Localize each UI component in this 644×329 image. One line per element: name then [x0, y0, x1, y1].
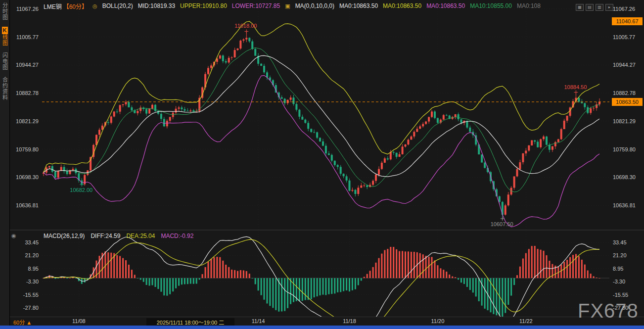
symbol-settings-icon[interactable]: ◎: [92, 3, 97, 9]
x-axis-date: 11/18: [340, 318, 360, 324]
expand-panel-icon[interactable]: ▸: [605, 4, 613, 11]
boll-upper-value: UPPER:10910.80: [180, 2, 227, 9]
bottom-scrollbar[interactable]: [0, 326, 644, 329]
period-selector[interactable]: 60分 ▲: [13, 318, 32, 326]
x-axis-date: 11/22: [516, 318, 536, 324]
macd-label: MACD(26,12,9): [44, 233, 85, 239]
period-label: 60分: [13, 320, 25, 326]
chart-type-sidebar: 分时图K线图闪电图合约资料: [0, 0, 10, 329]
rows-layout-icon[interactable]: ▤: [586, 4, 594, 11]
sidebar-item-timeshare[interactable]: 分时图: [1, 2, 9, 20]
macd-chart: [42, 236, 609, 329]
sidebar-item-kline[interactable]: K线图: [1, 27, 9, 46]
sidebar-item-flash[interactable]: 闪电图: [1, 52, 9, 70]
macd-diff-value: DIFF:24.59: [91, 233, 120, 239]
grid-layout-icon[interactable]: ▦: [576, 4, 584, 11]
sidebar-item-contract[interactable]: 合约资料: [1, 77, 9, 100]
x-axis-date: 11/08: [69, 318, 89, 324]
symbol-period: 【60分】: [63, 2, 88, 10]
macd-hist-value: MACD:-0.92: [161, 233, 193, 239]
x-axis-date: 11/14: [248, 318, 268, 324]
ma-value: MA10:10855.00: [470, 2, 512, 9]
trading-terminal: 分时图K线图闪电图合约资料 LME铜 【60分】 ◎ BOLL(20,2) MI…: [0, 0, 644, 329]
macd-header: MACD(26,12,9) DIFF:24.59 DEA:25.04 MACD:…: [44, 233, 193, 239]
ma-value: MA0:10863.50: [383, 2, 421, 9]
boll-label: BOLL(20,2): [102, 2, 133, 9]
columns-layout-icon[interactable]: ▥: [596, 4, 603, 11]
chevron-up-icon: ▲: [26, 320, 32, 326]
price-chart: [43, 21, 600, 227]
macd-dea-value: DEA:25.04: [126, 233, 155, 239]
ma-value: MA0:10863.50: [426, 2, 465, 9]
boll-lower-value: LOWER:10727.85: [232, 2, 280, 9]
boll-mid-value: MID:10819.33: [138, 2, 175, 9]
ma-settings-icon[interactable]: ▣: [285, 3, 290, 9]
x-axis-date: 11/20: [428, 318, 448, 324]
chart-canvas[interactable]: [0, 0, 644, 329]
macd-settings-icon[interactable]: ◉: [11, 233, 16, 239]
watermark: FX678: [578, 300, 639, 322]
crosshair-time-label: 2025/11/11 18:00～19:00 二: [146, 318, 234, 326]
ma-group-label: MA(0,0,10,0,0): [295, 2, 334, 9]
symbol-name: LME铜: [44, 2, 62, 10]
time-axis-bar: 60分 ▲ 2025/11/11 18:00～19:00 二 11/0811/1…: [9, 317, 644, 326]
layout-controls: ▦▤▥▸: [576, 4, 613, 11]
ma-value: MA0:10863.50: [339, 2, 378, 9]
ma-value: MA0:108: [517, 2, 541, 9]
ma-values: MA0:10863.50MA0:10863.50MA0:10863.50MA10…: [339, 2, 541, 9]
indicator-header: LME铜 【60分】 ◎ BOLL(20,2) MID:10819.33 UPP…: [44, 2, 541, 10]
